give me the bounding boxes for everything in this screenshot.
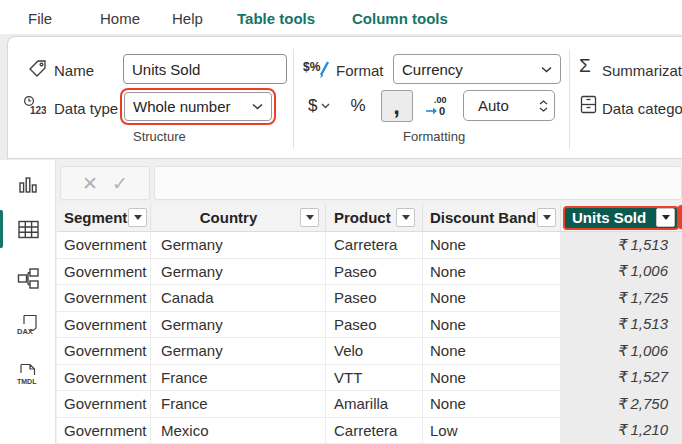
table-cell[interactable]: France xyxy=(151,391,326,417)
spinner-arrows[interactable] xyxy=(539,100,548,112)
table-cell[interactable]: None xyxy=(423,285,561,311)
table-row[interactable]: GovernmentGermanyPaseoNone₹ 1,006 xyxy=(57,259,682,286)
summarization-label[interactable]: Summarization xyxy=(602,62,682,79)
filter-dropdown-icon[interactable] xyxy=(128,208,147,227)
table-cell[interactable]: ₹ 1,006 xyxy=(561,259,682,285)
table-cell[interactable]: ₹ 1,725 xyxy=(561,285,682,311)
format-dropdown[interactable]: Currency xyxy=(393,54,561,84)
table-cell[interactable]: Government xyxy=(57,285,151,311)
table-cell[interactable]: Germany xyxy=(151,259,326,285)
table-cell[interactable]: ₹ 1,513 xyxy=(561,232,682,258)
decimal-places-spinner[interactable]: Auto xyxy=(463,90,555,121)
table-cell[interactable]: Government xyxy=(57,365,151,391)
formula-bar: ✕ ✓ xyxy=(57,160,682,204)
table-cell[interactable]: France xyxy=(151,365,326,391)
column-header-segment[interactable]: Segment xyxy=(57,204,151,231)
table-cell[interactable]: ₹ 1,210 xyxy=(561,418,682,444)
tab-home[interactable]: Home xyxy=(100,4,140,35)
table-cell[interactable]: Canada xyxy=(151,285,326,311)
table-row[interactable]: GovernmentGermanyPaseoNone₹ 1,513 xyxy=(57,312,682,339)
table-cell[interactable]: Germany xyxy=(151,232,326,258)
column-name-input[interactable]: Units Sold xyxy=(123,54,287,84)
table-cell[interactable]: VTT xyxy=(326,365,423,391)
table-row[interactable]: GovernmentGermanyVeloNone₹ 1,006 xyxy=(57,338,682,365)
dax-query-view-icon[interactable]: DAX xyxy=(15,313,41,339)
thousands-separator-button[interactable]: , xyxy=(381,90,413,122)
column-header-product[interactable]: Product xyxy=(326,204,423,231)
table-cell[interactable]: None xyxy=(423,259,561,285)
data-view-icon[interactable] xyxy=(15,216,41,242)
table-row[interactable]: GovernmentFranceAmarillaNone₹ 2,750 xyxy=(57,391,682,418)
table-cell[interactable]: ₹ 1,006 xyxy=(561,338,682,364)
table-cell[interactable]: Government xyxy=(57,232,151,258)
formula-buttons: ✕ ✓ xyxy=(60,166,150,200)
table-cell[interactable]: Low xyxy=(423,418,561,444)
table-cell[interactable]: ₹ 1,527 xyxy=(561,365,682,391)
table-row[interactable]: GovernmentMexicoCarreteraLow₹ 1,210 xyxy=(57,418,682,444)
currency-format-button[interactable]: $ xyxy=(301,90,337,122)
tmdl-view-icon[interactable]: TMDL xyxy=(15,362,41,388)
table-cell[interactable]: Government xyxy=(57,312,151,338)
chevron-down-icon xyxy=(541,66,552,73)
dollar-sign: $ xyxy=(308,96,317,116)
selected-column-header[interactable]: Units Sold xyxy=(563,206,679,230)
table-row[interactable]: GovernmentFranceVTTNone₹ 1,527 xyxy=(57,365,682,392)
data-type-dropdown[interactable]: Whole number xyxy=(124,92,272,121)
svg-text:.00: .00 xyxy=(434,95,447,105)
name-label: Name xyxy=(54,62,94,79)
decimal-places-icon[interactable]: .00 0 xyxy=(418,90,459,122)
cancel-icon[interactable]: ✕ xyxy=(82,172,98,195)
table-row[interactable]: GovernmentCanadaPaseoNone₹ 1,725 xyxy=(57,285,682,312)
svg-text:$%: $% xyxy=(303,60,321,74)
data-category-label[interactable]: Data category xyxy=(602,100,682,117)
table-cell[interactable]: Germany xyxy=(151,338,326,364)
commit-icon[interactable]: ✓ xyxy=(112,172,128,195)
format-value: Currency xyxy=(402,61,463,78)
table-cell[interactable]: None xyxy=(423,391,561,417)
table-cell[interactable]: ₹ 1,513 xyxy=(561,312,682,338)
format-label: Format xyxy=(336,62,384,79)
tab-file[interactable]: File xyxy=(28,4,52,35)
tab-column-tools[interactable]: Column tools xyxy=(352,4,448,35)
filter-dropdown-icon[interactable] xyxy=(537,208,556,227)
table-cell[interactable]: Carretera xyxy=(326,418,423,444)
table-cell[interactable]: Paseo xyxy=(326,285,423,311)
group-separator xyxy=(569,49,570,149)
filter-dropdown-icon[interactable] xyxy=(656,208,675,227)
column-header-discount-band[interactable]: Discount Band xyxy=(423,204,561,231)
filter-dropdown-icon[interactable] xyxy=(300,208,319,227)
table-cell[interactable]: None xyxy=(423,365,561,391)
filter-dropdown-icon[interactable] xyxy=(396,208,415,227)
column-header-label: Country xyxy=(157,209,300,226)
table-cell[interactable]: Amarilla xyxy=(326,391,423,417)
tab-table-tools[interactable]: Table tools xyxy=(237,4,315,35)
format-icon: $% xyxy=(303,57,331,79)
table-cell[interactable]: Velo xyxy=(326,338,423,364)
percent-format-button[interactable]: % xyxy=(343,90,372,122)
table-cell[interactable]: Germany xyxy=(151,312,326,338)
column-header-units-sold[interactable]: Units Sold xyxy=(561,204,682,231)
column-header-label: Segment xyxy=(64,209,127,226)
formula-input[interactable] xyxy=(154,166,682,200)
tab-help[interactable]: Help xyxy=(172,4,203,35)
table-cell[interactable]: Government xyxy=(57,418,151,444)
table-cell[interactable]: Mexico xyxy=(151,418,326,444)
table-cell[interactable]: Paseo xyxy=(326,259,423,285)
report-view-icon[interactable] xyxy=(15,172,41,198)
annotation-fragment xyxy=(678,205,682,229)
column-header-label: Units Sold xyxy=(572,209,646,226)
table-cell[interactable]: Carretera xyxy=(326,232,423,258)
table-cell[interactable]: None xyxy=(423,312,561,338)
decimal-places-value: Auto xyxy=(478,97,509,114)
table-cell[interactable]: None xyxy=(423,338,561,364)
model-view-icon[interactable] xyxy=(15,265,41,291)
table-cell[interactable]: Paseo xyxy=(326,312,423,338)
table-cell[interactable]: Government xyxy=(57,338,151,364)
column-header-country[interactable]: Country xyxy=(151,204,326,231)
table-cell[interactable]: Government xyxy=(57,391,151,417)
ribbon-panel: Name Units Sold 123 Data type Whole numb… xyxy=(7,36,682,159)
table-row[interactable]: GovernmentGermanyCarreteraNone₹ 1,513 xyxy=(57,232,682,259)
table-cell[interactable]: ₹ 2,750 xyxy=(561,391,682,417)
table-cell[interactable]: None xyxy=(423,232,561,258)
table-cell[interactable]: Government xyxy=(57,259,151,285)
